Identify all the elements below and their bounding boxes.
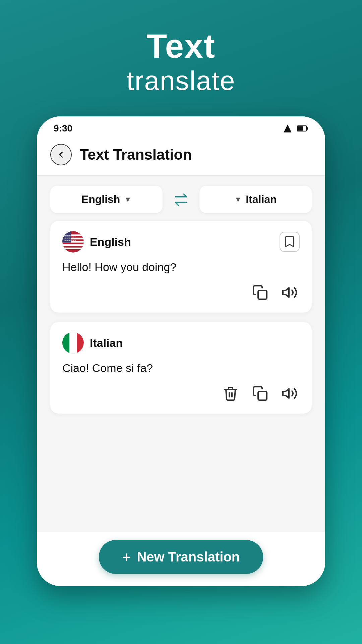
target-card-text: Ciao! Come si fa? [62, 360, 300, 377]
svg-rect-21 [258, 391, 267, 400]
copy-icon-2 [252, 385, 268, 401]
target-copy-button[interactable] [250, 383, 270, 404]
back-button[interactable] [50, 144, 72, 165]
svg-text:★★★★★★: ★★★★★★ [64, 234, 76, 237]
source-speak-button[interactable] [280, 282, 300, 303]
svg-rect-8 [62, 244, 84, 246]
status-bar: 9:30 [37, 116, 325, 137]
language-selector-row: English ▼ ▼ Italian [50, 186, 312, 213]
us-flag: ★★★★★★ ★★★★★ ★★★★★★ [62, 231, 84, 253]
target-speak-button[interactable] [280, 383, 300, 404]
new-translation-button[interactable]: + New Translation [99, 540, 263, 574]
svg-marker-0 [284, 124, 291, 132]
source-lang-info: ★★★★★★ ★★★★★ ★★★★★★ English [62, 231, 131, 253]
svg-rect-9 [62, 248, 84, 249]
source-language-label: English [81, 193, 120, 206]
it-flag-svg [62, 332, 84, 354]
target-translation-card: Italian Ciao! Come si fa? [50, 322, 312, 414]
app-header: Text translate [0, 0, 362, 116]
target-language-chevron: ▼ [234, 195, 242, 204]
signal-icon [283, 124, 292, 133]
bookmark-icon [284, 236, 295, 248]
target-lang-info: Italian [62, 332, 123, 354]
source-copy-button[interactable] [250, 282, 270, 303]
bottom-bar: + New Translation [37, 532, 325, 586]
source-card-header: ★★★★★★ ★★★★★ ★★★★★★ English [62, 231, 300, 253]
us-flag-svg: ★★★★★★ ★★★★★ ★★★★★★ [62, 231, 84, 253]
svg-marker-16 [283, 288, 289, 297]
new-translation-label: New Translation [137, 549, 240, 565]
svg-rect-3 [306, 127, 308, 130]
page-title: Text Translation [80, 146, 192, 163]
source-language-button[interactable]: English ▼ [50, 186, 163, 213]
status-icons [283, 124, 308, 133]
swap-icon [173, 191, 189, 208]
speaker-icon-2 [282, 385, 298, 401]
source-language-chevron: ▼ [124, 195, 131, 204]
svg-text:★★★★★: ★★★★★ [64, 237, 74, 239]
it-flag [62, 332, 84, 354]
back-icon [56, 150, 66, 160]
app-title-sub: translate [13, 65, 349, 96]
source-card-lang-name: English [90, 235, 131, 249]
status-time: 9:30 [54, 123, 72, 134]
app-bar: Text Translation [37, 137, 325, 176]
svg-rect-2 [298, 126, 303, 131]
source-card-actions [62, 282, 300, 303]
target-language-label: Italian [246, 193, 277, 206]
app-title-bold: Text [13, 27, 349, 65]
battery-icon [297, 124, 308, 133]
trash-icon [223, 385, 239, 401]
target-language-button[interactable]: ▼ Italian [199, 186, 312, 213]
plus-icon: + [122, 550, 131, 565]
target-card-header: Italian [62, 332, 300, 354]
swap-languages-button[interactable] [169, 188, 193, 211]
svg-rect-15 [258, 290, 267, 299]
copy-icon [252, 284, 268, 301]
phone-frame: 9:30 Text Translation English [37, 116, 325, 586]
target-card-actions [62, 383, 300, 404]
svg-marker-22 [283, 389, 289, 398]
target-card-lang-name: Italian [90, 336, 123, 350]
target-delete-button[interactable] [221, 383, 241, 404]
main-content: English ▼ ▼ Italian [37, 176, 325, 532]
svg-rect-19 [69, 332, 77, 354]
speaker-icon [282, 284, 298, 301]
svg-text:★★★★★★: ★★★★★★ [64, 239, 76, 241]
bookmark-button[interactable] [280, 232, 300, 252]
source-translation-card: ★★★★★★ ★★★★★ ★★★★★★ English Hello! How y… [50, 221, 312, 313]
source-card-text: Hello! How you doing? [62, 259, 300, 276]
svg-rect-18 [62, 332, 70, 354]
